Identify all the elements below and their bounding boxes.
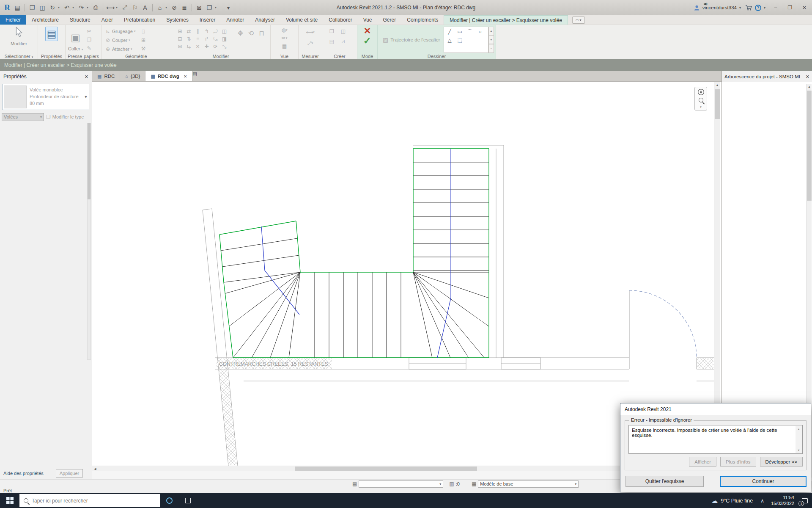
weather-widget[interactable]: ☁ 9°C Pluie fine [707,497,757,505]
tab-syst-mes[interactable]: Systèmes [161,15,194,25]
override-graphics-icon-dd[interactable]: ▾ [286,36,288,40]
customize-qat-icon[interactable]: ▾ [224,3,233,12]
cortana-button[interactable] [160,493,178,508]
join-icon[interactable]: ∥ [193,28,202,35]
rectangle-tool-icon[interactable]: ▭ [455,28,465,36]
polygon-tool-icon[interactable]: △ [445,36,455,44]
tab-vue[interactable]: Vue [358,15,378,25]
reveal-hidden-icon[interactable]: ◍ ▾ [280,26,289,34]
search-binoculars-icon[interactable]: ∞ [704,0,708,7]
help-dropdown-icon[interactable]: ▾ [764,6,767,10]
view-tab-RDC-dwg[interactable]: ▦RDC dwg✕ [145,71,192,81]
restore-button[interactable]: ❐ [784,3,796,13]
gallery-scroll-2[interactable]: ≡ [488,44,494,53]
design-option-combo[interactable]: Modèle de base▾ [478,480,579,488]
vscroll-thumb[interactable] [715,89,720,119]
viewbox-icon[interactable]: ▦ [280,42,289,50]
switch-windows-icon-dropdown[interactable]: ▾ [215,6,218,9]
error-message-box[interactable]: Esquisse incorrecte. Impossible de créer… [628,425,803,454]
thin-lines-icon[interactable]: ≣ [180,3,189,12]
create-assembly-icon[interactable]: ▤ [327,38,336,45]
line-tool-icon[interactable]: ╱ [445,28,455,36]
properties-help-link[interactable]: Aide des propriétés [3,471,44,476]
delete-icon[interactable]: ✕ [193,43,202,50]
view-tab--3D-[interactable]: ⌂{3D} [120,71,145,81]
tab-fichier[interactable]: Fichier [0,15,26,25]
copy-icon[interactable]: ❐ [85,36,93,44]
measure-icon-dropdown[interactable]: ▾ [116,6,119,9]
undo-icon[interactable]: ↶ [62,3,71,12]
tab-collaborer[interactable]: Collaborer [323,15,357,25]
cut-profile-icon[interactable]: ⊟ [176,35,184,43]
sync-icon-dropdown[interactable]: ▾ [58,6,61,9]
cart-icon[interactable] [745,5,752,11]
measure-angle-icon-dd[interactable]: ▾ [312,41,313,45]
quit-sketch-button[interactable]: Quitter l'esquisse [625,476,704,487]
user-dropdown-icon[interactable]: ▾ [739,6,743,10]
undo-icon-dropdown[interactable]: ▾ [72,6,76,9]
zoom-tool-icon[interactable] [699,97,703,104]
split-gap-icon[interactable]: ↱ [202,35,211,43]
tab-volume-et-site[interactable]: Volume et site [280,15,323,25]
cut-icon[interactable]: ✂ [85,28,93,35]
create-parts-icon[interactable]: ⊿ [339,38,348,45]
rotate-icon[interactable]: ⤿ [211,35,220,43]
start-button[interactable] [0,493,19,508]
grugeage-button[interactable]: ⊾Grugeage▾ [105,27,135,36]
save-icon[interactable]: ◫ [38,3,47,12]
aligned-dimension-icon[interactable]: ⤢ [120,3,129,12]
print-icon[interactable]: ⎙ [91,3,100,12]
properties-close-icon[interactable]: ✕ [85,74,88,80]
clock[interactable]: 11:54 15/03/2022 [768,495,798,507]
steering-wheel-icon[interactable] [697,88,705,96]
offset-icon[interactable]: ⤾ [211,28,220,35]
tree-scroll-up-icon[interactable]: ▲ [807,84,812,89]
taskbar-search[interactable] [19,494,160,507]
match-type-icon[interactable]: ✎ [85,44,93,52]
unjoin-icon[interactable]: ⊠ [176,43,184,50]
view-tab-close-icon[interactable]: ✕ [184,74,187,79]
beam-joins-icon[interactable]: ⊞ [139,36,148,44]
dialog-title[interactable]: Autodesk Revit 2021 [620,403,811,415]
ribbon-display-toggle[interactable]: ▭▾ [572,17,585,24]
reveal-hidden-icon-dd[interactable]: ▾ [286,28,288,32]
tag-icon[interactable]: ⚐ [130,3,140,12]
tab-annoter[interactable]: Annoter [221,15,250,25]
trim-large-icon[interactable]: ⊓ [257,29,266,37]
paste-button[interactable]: ▣ Coller ▾ [68,27,83,54]
text-icon[interactable]: A [140,3,150,12]
scroll-up-icon[interactable]: ▲ [714,82,720,88]
gallery-scroll-1[interactable]: ▾ [488,35,494,44]
array-icon[interactable]: ⇅ [184,35,193,43]
measure-angle-icon[interactable]: ⤢ ▾ [306,39,315,47]
align-icon[interactable]: ≡ [193,35,202,43]
create-similar-icon[interactable]: ❐ [327,28,336,35]
spin-icon[interactable]: ⟳ [211,43,220,50]
mirror-pick-icon[interactable]: ⇄ [184,28,193,35]
arc-tool-icon[interactable]: ⌒ [465,28,475,36]
stair-path-button[interactable]: ▨ Trajectoire de l'escalier [379,36,444,43]
couper-button[interactable]: ⊘Couper▾ [105,36,135,44]
properties-scrollbar[interactable] [87,123,91,360]
zoom-dropdown-icon[interactable]: ▾ [700,105,702,109]
task-view-button[interactable] [178,493,197,508]
properties-toggle-button[interactable]: ▤ [38,25,65,41]
type-selector-dropdown-icon[interactable]: ▼ [83,84,89,110]
window-menu-icon[interactable]: ▤ [13,3,22,12]
tab-g-rer[interactable]: Gérer [378,15,402,25]
message-scrollbar[interactable]: ▲ ▼ [796,426,802,453]
search-input[interactable] [32,498,146,504]
edit-type-button[interactable]: ❒ Modifier le type [46,114,84,120]
tab-modifier-cr-er-un-escalier-esquisser-une-vol-e[interactable]: Modifier | Créer un escalier > Esquisser… [444,15,568,25]
msg-scroll-down-icon[interactable]: ▼ [796,447,802,453]
extend-icon[interactable]: ⤡ [220,43,229,50]
minimize-button[interactable]: – [770,3,782,13]
workset-combo[interactable]: ▾ [359,480,443,488]
modify-button[interactable]: Modifier [0,25,38,46]
tab-pr-fabrication[interactable]: Préfabrication [118,15,161,25]
move-large-icon[interactable]: ✥ [236,29,245,37]
hscroll-thumb[interactable] [295,467,477,471]
section-icon[interactable]: ⊘ [170,3,179,12]
element-filter-combo[interactable]: Volées▾ [2,113,44,121]
cancel-sketch-button[interactable]: ✕ [364,26,371,36]
